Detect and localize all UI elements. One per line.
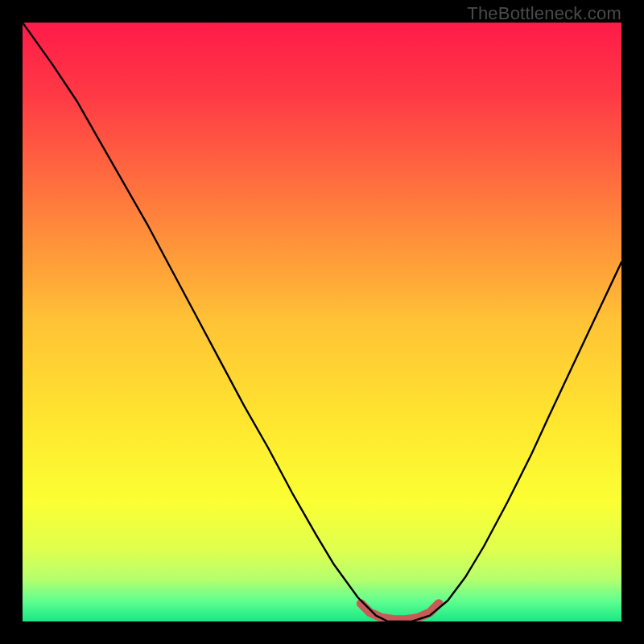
- watermark-label: TheBottleneck.com: [467, 3, 621, 24]
- curve-layer: [23, 23, 621, 621]
- chart-frame: TheBottleneck.com: [0, 0, 644, 644]
- plot-area: [23, 23, 621, 621]
- bottleneck-curve-line: [23, 23, 621, 621]
